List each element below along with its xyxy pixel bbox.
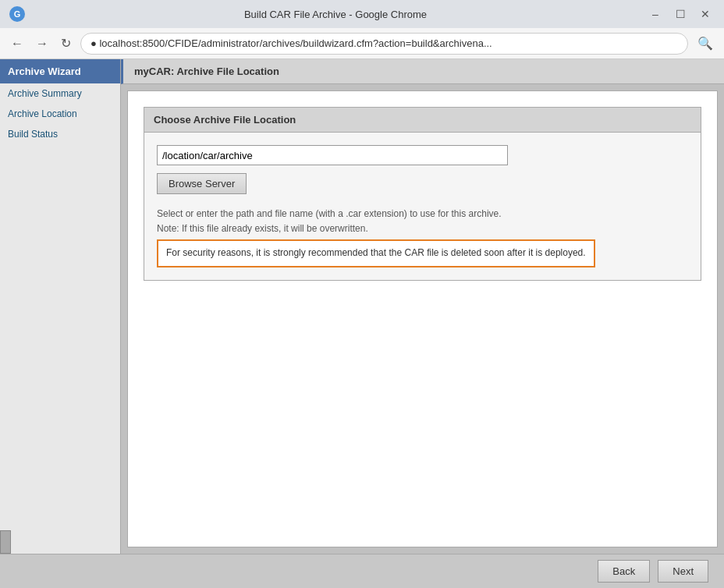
title-bar: G Build CAR File Archive - Google Chrome… [0,0,724,28]
section-header: Choose Archive File Location [144,107,701,133]
warning-text: For security reasons, it is strongly rec… [166,247,586,258]
section-body: Browse Server Select or enter the path a… [144,133,701,281]
window-controls: – ☐ ✕ [646,5,715,23]
content-header: myCAR: Archive File Location [121,59,724,84]
window-title: Build CAR File Archive - Google Chrome [34,9,637,20]
search-icon[interactable]: 🔍 [694,33,716,54]
content-body: Choose Archive File Location Browse Serv… [127,90,718,547]
file-location-input[interactable] [157,145,508,165]
sidebar-header: Archive Wizard [0,59,120,83]
info-line1: Select or enter the path and file name (… [157,208,502,219]
footer: Back Next [0,554,724,588]
sidebar: Archive Wizard Archive Summary Archive L… [0,59,121,554]
main-area: Archive Wizard Archive Summary Archive L… [0,59,724,554]
url-input[interactable]: ● localhost:8500/CFIDE/administrator/arc… [80,33,688,55]
browse-server-button[interactable]: Browse Server [157,173,247,194]
content-wrapper: myCAR: Archive File Location Choose Arch… [121,59,724,554]
sidebar-item-build-status[interactable]: Build Status [0,124,120,144]
next-button[interactable]: Next [658,560,708,583]
chrome-icon: G [9,6,25,22]
info-text: Select or enter the path and file name (… [157,207,688,267]
warning-box: For security reasons, it is strongly rec… [157,239,595,267]
forward-nav-icon[interactable]: → [33,34,51,54]
address-bar: ← → ↻ ● localhost:8500/CFIDE/administrat… [0,28,724,59]
info-note: Note: If this file already exists, it wi… [157,223,368,234]
maximize-button[interactable]: ☐ [671,5,690,23]
minimize-button[interactable]: – [646,5,665,23]
scroll-tab[interactable] [0,530,11,554]
refresh-icon[interactable]: ↻ [58,33,74,54]
sidebar-item-archive-location[interactable]: Archive Location [0,104,120,124]
url-text: ● [90,37,99,49]
form-section: Choose Archive File Location Browse Serv… [144,107,701,281]
url-value: localhost:8500/CFIDE/administrator/archi… [99,37,492,49]
sidebar-item-archive-summary[interactable]: Archive Summary [0,83,120,104]
back-nav-icon[interactable]: ← [8,34,27,54]
close-button[interactable]: ✕ [696,5,715,23]
back-button[interactable]: Back [598,560,650,583]
